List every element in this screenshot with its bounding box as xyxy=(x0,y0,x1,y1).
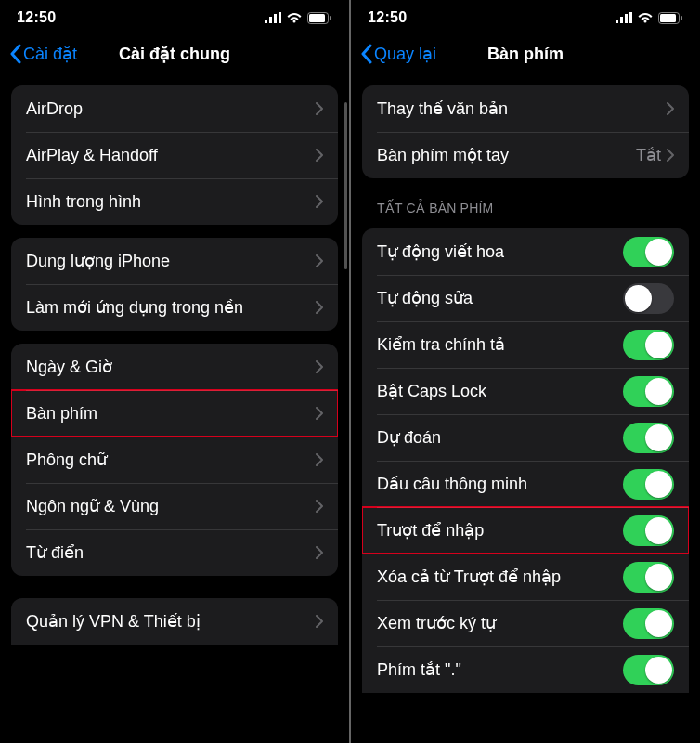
battery-icon xyxy=(658,12,683,24)
row-lang-region[interactable]: Ngôn ngữ & Vùng xyxy=(11,483,338,529)
status-bar: 12:50 xyxy=(351,0,700,35)
chevron-left-icon xyxy=(9,44,21,64)
svg-rect-5 xyxy=(309,14,325,22)
toggle-char-preview: Xem trước ký tự xyxy=(362,600,689,646)
svg-rect-6 xyxy=(330,16,331,20)
toggle-knob xyxy=(645,332,672,358)
back-button[interactable]: Quay lại xyxy=(360,44,436,64)
svg-rect-1 xyxy=(269,17,272,23)
row-label: Ngày & Giờ xyxy=(26,357,316,377)
status-bar: 12:50 xyxy=(0,0,349,35)
wifi-icon xyxy=(637,12,654,24)
battery-icon xyxy=(307,12,332,24)
chevron-right-icon xyxy=(316,546,323,559)
cellular-icon xyxy=(265,12,281,23)
chevron-right-icon xyxy=(316,615,323,628)
chevron-right-icon xyxy=(667,149,674,162)
row-bg-refresh[interactable]: Làm mới ứng dụng trong nền xyxy=(11,284,338,331)
row-label: Làm mới ứng dụng trong nền xyxy=(26,297,316,318)
row-label: Trượt để nhập xyxy=(377,520,623,541)
svg-rect-8 xyxy=(620,17,623,23)
row-label: Phông chữ xyxy=(26,450,316,470)
page-title: Cài đặt chung xyxy=(119,44,230,64)
section-4: Quản lý VPN & Thiết bị xyxy=(11,598,338,645)
toggle-knob xyxy=(645,517,672,544)
toggle-knob xyxy=(645,239,672,266)
toggle-switch[interactable] xyxy=(623,515,674,546)
chevron-right-icon xyxy=(316,407,323,420)
toggle-knob xyxy=(645,657,672,684)
toggle-switch[interactable] xyxy=(623,237,674,267)
toggle-switch[interactable] xyxy=(623,655,674,685)
chevron-right-icon xyxy=(316,360,323,373)
svg-rect-2 xyxy=(274,14,277,23)
row-airdrop[interactable]: AirDrop xyxy=(11,85,338,132)
chevron-right-icon xyxy=(316,301,323,314)
toggle-switch[interactable] xyxy=(623,469,674,500)
row-one-hand[interactable]: Bàn phím một tayTắt xyxy=(362,132,689,178)
status-time: 12:50 xyxy=(17,9,56,26)
svg-rect-7 xyxy=(616,20,618,23)
toggle-auto-cap: Tự động viết hoa xyxy=(362,228,689,275)
toggle-switch[interactable] xyxy=(623,423,674,453)
phone-right: 12:50 Quay lại Bàn phím Thay thế văn bản… xyxy=(351,0,700,743)
cellular-icon xyxy=(616,12,632,23)
chevron-right-icon xyxy=(667,102,674,115)
row-label: Bàn phím xyxy=(26,404,316,424)
toggle-smart-punct: Dấu câu thông minh xyxy=(362,461,689,507)
section-toggles: Tự động viết hoaTự động sửaKiểm tra chín… xyxy=(362,228,689,693)
toggle-delete-slide: Xóa cả từ Trượt để nhập xyxy=(362,554,689,600)
toggle-knob xyxy=(645,378,672,405)
wifi-icon xyxy=(286,12,303,24)
toggle-switch[interactable] xyxy=(623,562,674,593)
chevron-right-icon xyxy=(316,500,323,513)
toggle-switch[interactable] xyxy=(623,608,674,639)
nav-bar: Quay lại Bàn phím xyxy=(351,35,700,72)
row-label: Bàn phím một tay xyxy=(377,145,636,165)
toggle-knob xyxy=(645,471,672,498)
chevron-right-icon xyxy=(316,149,323,162)
row-label: Quản lý VPN & Thiết bị xyxy=(26,611,316,632)
toggle-switch[interactable] xyxy=(623,283,674,314)
svg-rect-9 xyxy=(625,14,628,23)
row-fonts[interactable]: Phông chữ xyxy=(11,437,338,483)
row-label: Ngôn ngữ & Vùng xyxy=(26,496,316,516)
section-3: Ngày & GiờBàn phímPhông chữNgôn ngữ & Vù… xyxy=(11,344,338,576)
toggle-caps-lock: Bật Caps Lock xyxy=(362,368,689,414)
chevron-right-icon xyxy=(316,195,323,208)
row-storage[interactable]: Dung lượng iPhone xyxy=(11,238,338,284)
row-label: Xem trước ký tự xyxy=(377,613,623,633)
row-vpn[interactable]: Quản lý VPN & Thiết bị xyxy=(11,598,338,645)
row-keyboard[interactable]: Bàn phím xyxy=(11,390,338,437)
toggle-knob xyxy=(645,424,672,451)
toggle-switch[interactable] xyxy=(623,376,674,407)
toggle-predictive: Dự đoán xyxy=(362,414,689,461)
phone-left: 12:50 Cài đặt Cài đặt chung AirDropAirPl… xyxy=(0,0,349,743)
chevron-right-icon xyxy=(316,254,323,267)
section-1: AirDropAirPlay & HandoffHình trong hình xyxy=(11,85,338,225)
row-label: Hình trong hình xyxy=(26,192,316,212)
row-dictionary[interactable]: Từ điển xyxy=(11,529,338,576)
content-scroller[interactable]: Thay thế văn bảnBàn phím một tayTắt TẤT … xyxy=(351,72,700,743)
group-header: TẤT CẢ BÀN PHÍM xyxy=(377,201,674,215)
row-airplay[interactable]: AirPlay & Handoff xyxy=(11,132,338,178)
status-icons xyxy=(265,12,332,24)
row-label: Bật Caps Lock xyxy=(377,381,623,401)
row-pip[interactable]: Hình trong hình xyxy=(11,178,338,225)
back-button[interactable]: Cài đặt xyxy=(9,44,77,64)
chevron-left-icon xyxy=(360,44,372,64)
svg-rect-0 xyxy=(265,20,267,23)
row-date-time[interactable]: Ngày & Giờ xyxy=(11,344,338,390)
row-label: AirDrop xyxy=(26,99,316,119)
row-label: Từ điển xyxy=(26,542,316,563)
toggle-switch[interactable] xyxy=(623,330,674,360)
row-text-replace[interactable]: Thay thế văn bản xyxy=(362,85,689,132)
chevron-right-icon xyxy=(316,102,323,115)
back-label: Quay lại xyxy=(374,44,436,64)
page-title: Bàn phím xyxy=(487,45,564,64)
status-icons xyxy=(616,12,683,24)
row-label: Phím tắt "." xyxy=(377,659,623,680)
content-scroller[interactable]: AirDropAirPlay & HandoffHình trong hình … xyxy=(0,72,349,743)
row-label: Tự động sửa xyxy=(377,288,623,308)
toggle-period-shortcut: Phím tắt "." xyxy=(362,646,689,693)
